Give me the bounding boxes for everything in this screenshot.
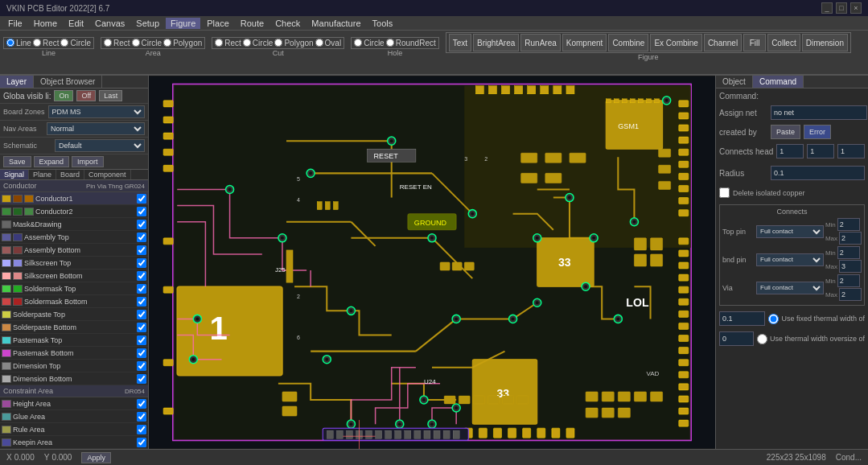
tab-signal[interactable]: Signal [0, 170, 29, 179]
assembly-top-checkbox[interactable] [137, 232, 146, 242]
silkscreen-top-checkbox[interactable] [137, 258, 146, 268]
assembly-bottom-checkbox[interactable] [137, 245, 146, 255]
pastemask-bottom-checkbox[interactable] [137, 348, 146, 358]
tab-board[interactable]: Board [56, 170, 84, 179]
layer-assembly-bottom[interactable]: Assembly Bottom [0, 244, 148, 257]
menu-manufacture[interactable]: Manufacture [306, 18, 365, 29]
dimension-bottom-checkbox[interactable] [137, 374, 146, 384]
hole-roundrect-radio[interactable]: RoundRect [386, 39, 436, 47]
layer-soldermask-bottom[interactable]: Soldermask Bottom [0, 295, 148, 308]
dimension-top-checkbox[interactable] [137, 361, 146, 371]
layer-rule-area[interactable]: Rule Area [0, 423, 148, 436]
kompnent-tool-btn[interactable]: Kompnent [562, 34, 607, 51]
tab-component[interactable]: Component [84, 170, 131, 179]
layer-solderpaste-bottom[interactable]: Solderpaste Bottom [0, 321, 148, 334]
rect-tool-radio[interactable]: Rect [33, 39, 60, 47]
area-rect-radio[interactable]: Rect [104, 39, 130, 47]
menu-place[interactable]: Place [202, 18, 234, 29]
assign-net-input[interactable] [771, 105, 867, 120]
combine-tool-btn[interactable]: Combine [608, 34, 648, 51]
tab-command[interactable]: Command [753, 76, 804, 88]
hole-circle-radio[interactable]: Circle [354, 39, 385, 47]
thermal-radio2-label[interactable]: Use thermal width oversize of [757, 334, 865, 344]
cut-oval-radio[interactable]: Oval [315, 39, 342, 47]
layer-keepin-area[interactable]: Keepin Area [0, 436, 148, 449]
bnd-pin-select[interactable]: Full contact [756, 253, 824, 266]
dimension-tool-btn[interactable]: Dimension [802, 34, 848, 51]
del-isolated-checkbox[interactable] [719, 187, 730, 198]
text-tool-btn[interactable]: Text [449, 34, 471, 51]
top-pin-max-input[interactable] [839, 232, 862, 245]
layer-pastemask-bottom[interactable]: Pastemask Bottom [0, 347, 148, 360]
layer-silkscreen-top[interactable]: Silkscreen Top [0, 257, 148, 270]
layer-silkscreen-bottom[interactable]: Silkscreen Bottom [0, 270, 148, 282]
error-btn[interactable]: Error [804, 125, 831, 139]
conductor2-checkbox[interactable] [137, 207, 146, 216]
soldermask-bottom-checkbox[interactable] [137, 297, 146, 307]
connects-head-input3[interactable] [837, 144, 865, 158]
collect-tool-btn[interactable]: Collect [767, 34, 800, 51]
via-max-input[interactable] [839, 288, 862, 301]
layer-pastemask-top[interactable]: Pastemask Top [0, 334, 148, 347]
close-button[interactable]: × [850, 2, 862, 14]
menu-figure[interactable]: Figure [166, 18, 200, 29]
apply-button[interactable]: Apply [81, 452, 111, 463]
height-area-checkbox[interactable] [137, 399, 146, 409]
tab-object-browser[interactable]: Object Browser [34, 76, 102, 88]
connects-head-input1[interactable] [776, 144, 804, 158]
layer-conductor1[interactable]: Conductor1 [0, 192, 148, 205]
menu-setup[interactable]: Setup [131, 18, 164, 29]
window-controls[interactable]: _ □ × [821, 2, 862, 14]
layer-mask-drawing[interactable]: Mask&Drawing [0, 218, 148, 231]
solderpaste-top-checkbox[interactable] [137, 310, 146, 319]
thermal-radio1-label[interactable]: Use fixed thermal width of [768, 314, 865, 324]
keepin-area-checkbox[interactable] [137, 438, 146, 447]
line-tool-radio[interactable]: Line [6, 39, 31, 47]
radius-input[interactable] [771, 166, 865, 180]
via-min-input[interactable] [837, 274, 860, 287]
circle-tool-radio[interactable]: Circle [60, 39, 91, 47]
soldermask-top-checkbox[interactable] [137, 284, 146, 294]
thermal-radio2[interactable] [757, 334, 767, 344]
layer-height-area[interactable]: Height Area [0, 397, 148, 410]
solderpaste-bottom-checkbox[interactable] [137, 323, 146, 332]
canvas-area[interactable]: 33 GSM1 1 33 [149, 76, 715, 449]
layer-dimension-top[interactable]: Dimension Top [0, 360, 148, 372]
runarea-tool-btn[interactable]: RunArea [520, 34, 560, 51]
visibility-off-btn[interactable]: Off [76, 90, 96, 101]
menu-edit[interactable]: Edit [64, 18, 88, 29]
silkscreen-bottom-checkbox[interactable] [137, 271, 146, 281]
minimize-button[interactable]: _ [821, 2, 833, 14]
visibility-last-btn[interactable]: Last [99, 90, 122, 101]
tab-layer[interactable]: Layer [0, 76, 34, 88]
excombine-tool-btn[interactable]: Ex Combine [650, 34, 701, 51]
area-polygon-radio[interactable]: Polygon [163, 39, 202, 47]
save-button[interactable]: Save [3, 156, 31, 167]
expand-button[interactable]: Expand [34, 156, 70, 167]
conductor1-checkbox[interactable] [137, 194, 146, 204]
rule-area-checkbox[interactable] [137, 425, 146, 434]
via-select[interactable]: Full contact [756, 282, 824, 294]
glue-area-checkbox[interactable] [137, 412, 146, 422]
visibility-on-btn[interactable]: On [54, 90, 73, 101]
tab-object[interactable]: Object [716, 76, 753, 88]
board-zones-select[interactable]: PDM MS [48, 105, 145, 118]
cut-polygon-radio[interactable]: Polygon [274, 39, 313, 47]
tab-plane[interactable]: Plane [29, 170, 56, 179]
channel-tool-btn[interactable]: Channel [704, 34, 742, 51]
schematic-select[interactable]: Default [55, 139, 145, 152]
layer-conductor2[interactable]: Conductor2 [0, 205, 148, 218]
menu-file[interactable]: File [3, 18, 27, 29]
area-circle-radio[interactable]: Circle [132, 39, 162, 47]
cut-circle-radio[interactable]: Circle [243, 39, 274, 47]
maximize-button[interactable]: □ [836, 2, 847, 14]
menu-tools[interactable]: Tools [368, 18, 398, 29]
import-button[interactable]: Import [72, 156, 104, 167]
layer-solderpaste-top[interactable]: Solderpaste Top [0, 308, 148, 321]
layer-glue-area[interactable]: Glue Area [0, 410, 148, 423]
menu-canvas[interactable]: Canvas [90, 18, 130, 29]
thermal-oversize-input[interactable] [719, 331, 754, 346]
nav-normal-select[interactable]: Normal Dim Hide [47, 122, 145, 135]
thermal-width-input[interactable] [719, 311, 765, 326]
bnd-pin-min-input[interactable] [837, 246, 860, 259]
